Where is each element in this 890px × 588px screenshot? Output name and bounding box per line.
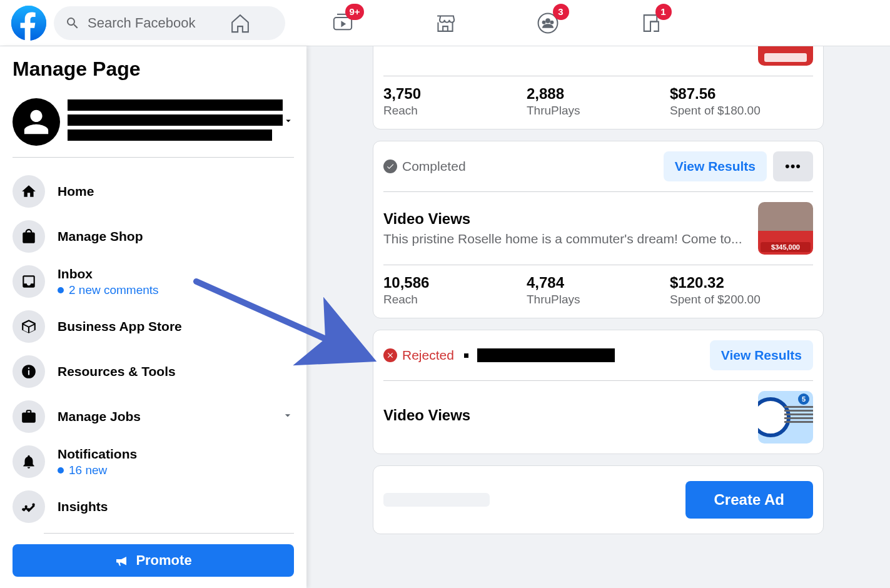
ad-description: This pristine Roselle home is a commuter…	[383, 231, 743, 246]
chevron-down-icon	[281, 409, 294, 424]
sidebar: Manage Page Home Manage Shop Inbox 2 new…	[0, 46, 306, 588]
cube-icon	[21, 318, 37, 335]
check-icon	[383, 160, 397, 173]
stat-spent: $120.32	[670, 274, 813, 291]
groups-badge: 3	[553, 4, 569, 20]
nav-gaming[interactable]: 1	[632, 0, 669, 46]
page-selector[interactable]	[13, 93, 294, 158]
sidebar-item-inbox[interactable]: Inbox 2 new comments	[13, 259, 294, 304]
svg-point-4	[542, 20, 545, 24]
sidebar-label: Manage Jobs	[58, 408, 269, 424]
facebook-logo-icon[interactable]	[11, 6, 46, 41]
sidebar-item-manage-shop[interactable]: Manage Shop	[13, 214, 294, 259]
view-results-button[interactable]: View Results	[664, 151, 767, 181]
gaming-badge: 1	[655, 4, 672, 20]
header-nav: 9+ 3 1	[221, 0, 669, 46]
home-icon	[229, 12, 251, 34]
sidebar-item-notifications[interactable]: Notifications 16 new	[13, 439, 294, 484]
ad-title: Video Views	[383, 210, 743, 228]
top-header: Search Facebook 9+ 3 1	[0, 0, 890, 46]
marketplace-icon	[434, 12, 457, 34]
svg-rect-7	[28, 370, 29, 375]
search-icon	[65, 16, 80, 31]
create-ad-button[interactable]: Create Ad	[685, 481, 813, 519]
ad-status-rejected: Rejected	[383, 348, 615, 363]
search-placeholder: Search Facebook	[88, 15, 195, 31]
stat-label: ThruPlays	[527, 104, 670, 118]
stat-label: Spent of $200.00	[670, 293, 813, 307]
nav-groups[interactable]: 3	[529, 0, 567, 46]
more-options-button[interactable]: •••	[773, 151, 813, 181]
sidebar-title: Manage Page	[13, 58, 294, 81]
ad-stats: 10,586 Reach 4,784 ThruPlays $120.32 Spe…	[383, 265, 813, 318]
promote-button[interactable]: Promote	[13, 544, 294, 577]
sidebar-label: Resources & Tools	[58, 363, 294, 379]
sidebar-label: Insights	[58, 499, 294, 514]
promote-label: Promote	[136, 552, 191, 569]
stat-label: Reach	[383, 293, 527, 307]
stat-reach: 3,750	[383, 85, 527, 103]
sidebar-label: Manage Shop	[58, 228, 294, 244]
skeleton-placeholder	[383, 493, 490, 507]
stat-reach: 10,586	[383, 274, 527, 291]
ad-card-3: Rejected View Results Video Views 5	[373, 330, 824, 454]
stat-label: Spent of $180.00	[670, 104, 813, 118]
sidebar-label: Home	[58, 183, 294, 199]
nav-watch[interactable]: 9+	[324, 0, 362, 46]
nav-home[interactable]	[221, 0, 259, 46]
sidebar-label: Inbox	[58, 266, 294, 281]
sidebar-item-business-app-store[interactable]: Business App Store	[13, 304, 294, 349]
sidebar-item-insights[interactable]: Insights	[13, 484, 294, 529]
ad-card-1: 3,750 Reach 2,888 ThruPlays $87.56 Spent…	[373, 46, 824, 129]
ad-thumbnail: $345,000	[758, 202, 813, 255]
info-icon	[21, 363, 37, 380]
svg-point-9	[22, 508, 24, 510]
caret-down-icon	[283, 115, 294, 129]
stat-thruplays: 2,888	[527, 85, 670, 103]
sidebar-item-home[interactable]: Home	[13, 169, 294, 214]
ad-title: Video Views	[383, 407, 743, 424]
nav-marketplace[interactable]	[427, 0, 464, 46]
ellipsis-icon: •••	[785, 158, 801, 175]
watch-badge: 9+	[345, 4, 363, 20]
sidebar-menu: Home Manage Shop Inbox 2 new comments Bu…	[13, 169, 294, 544]
svg-point-10	[25, 505, 28, 508]
view-results-button[interactable]: View Results	[710, 340, 813, 370]
sidebar-sublabel: 16 new	[58, 464, 294, 477]
page-avatar-icon	[13, 98, 60, 146]
svg-rect-8	[28, 368, 29, 369]
stat-thruplays: 4,784	[527, 274, 670, 291]
sidebar-sublabel: 2 new comments	[58, 283, 294, 297]
stat-label: Reach	[383, 104, 527, 118]
page-name-redacted	[68, 99, 283, 144]
shop-icon	[21, 228, 37, 245]
ad-thumbnail: 5	[758, 391, 813, 444]
create-ad-card: Create Ad	[373, 465, 824, 534]
ad-stats: 3,750 Reach 2,888 ThruPlays $87.56 Spent…	[383, 76, 813, 129]
ad-status-completed: Completed	[383, 159, 466, 174]
sidebar-item-manage-jobs[interactable]: Manage Jobs	[13, 394, 294, 439]
sidebar-label: Notifications	[58, 446, 294, 462]
main-content: 3,750 Reach 2,888 ThruPlays $87.56 Spent…	[306, 46, 890, 588]
chart-icon	[21, 499, 37, 515]
home-icon	[21, 183, 37, 200]
inbox-icon	[21, 273, 37, 290]
x-icon	[383, 348, 397, 362]
sidebar-item-resources-tools[interactable]: Resources & Tools	[13, 349, 294, 394]
megaphone-icon	[114, 553, 129, 568]
svg-point-11	[28, 508, 30, 510]
svg-point-12	[32, 504, 34, 506]
rejection-reason-redacted	[477, 348, 615, 362]
stat-spent: $87.56	[670, 85, 813, 103]
ad-thumbnail	[758, 46, 813, 66]
ad-card-2: Completed View Results ••• Video Views T…	[373, 141, 824, 318]
svg-point-5	[550, 20, 554, 24]
briefcase-icon	[21, 408, 37, 425]
sidebar-label: Business App Store	[58, 318, 294, 334]
stat-label: ThruPlays	[527, 293, 670, 307]
bell-icon	[21, 454, 37, 470]
svg-point-3	[545, 18, 550, 23]
